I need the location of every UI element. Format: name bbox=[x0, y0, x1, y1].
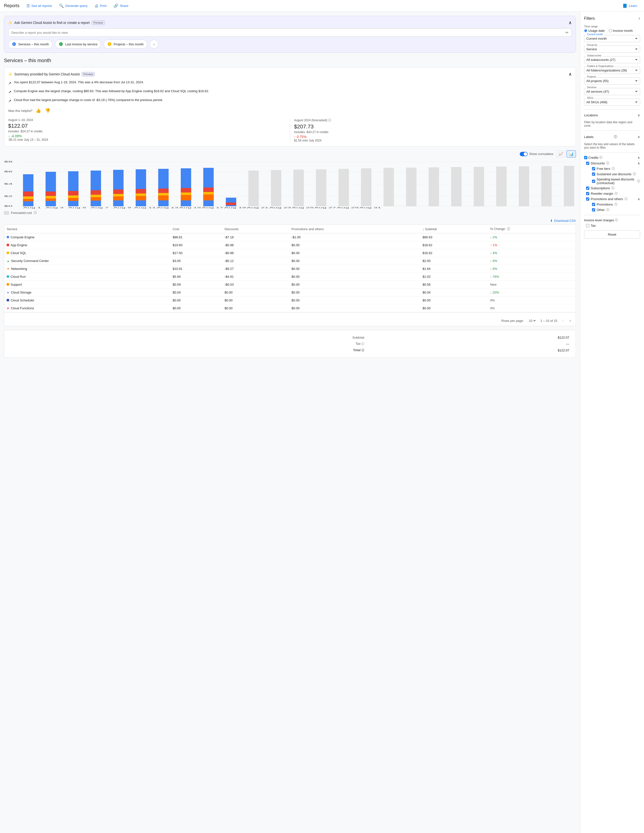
usage-date-radio-label[interactable]: Usage date bbox=[584, 29, 605, 32]
quick-report-last-invoice[interactable]: G Last invoice by service bbox=[55, 40, 101, 48]
table-header-row: Service Cost Discounts Promotions and ot… bbox=[4, 225, 576, 233]
time-range-radio-group: Usage date Invoice month bbox=[584, 29, 640, 32]
see-all-reports-button[interactable]: ☰ See all reports bbox=[23, 2, 55, 10]
cumulative-switch[interactable] bbox=[520, 152, 528, 156]
subaccounts-select[interactable]: All subaccounts (27) bbox=[584, 56, 640, 63]
sustained-use-checkbox[interactable] bbox=[592, 172, 595, 176]
usage-date-radio[interactable] bbox=[584, 29, 587, 32]
free-tiers-checkbox[interactable] bbox=[592, 167, 595, 170]
discounts-help-icon[interactable]: ⓘ bbox=[606, 161, 609, 166]
divider-4 bbox=[584, 215, 640, 215]
svg-rect-35 bbox=[113, 196, 124, 200]
reseller-margin-help-icon[interactable]: ⓘ bbox=[615, 191, 618, 196]
tax-help-icon[interactable]: ⓘ bbox=[361, 343, 364, 345]
pagination-row: Rows per page: 10 25 50 1 – 10 of 15 ‹ › bbox=[8, 317, 572, 324]
discounts-cell: -$0.03 bbox=[222, 281, 289, 289]
invoice-month-radio-label[interactable]: Invoice month bbox=[609, 29, 633, 32]
svg-text:G: G bbox=[13, 43, 14, 45]
credits-collapse-icon[interactable]: ∧ bbox=[638, 156, 640, 159]
svg-rect-56 bbox=[293, 170, 304, 206]
svg-rect-51 bbox=[203, 195, 214, 200]
main-layout: ✨ Ask Gemini Cloud Assist to find or cre… bbox=[0, 12, 644, 833]
labels-help-icon[interactable]: ⓘ bbox=[614, 135, 617, 139]
skus-select[interactable]: All SKUs (408) bbox=[584, 98, 640, 106]
total-help-icon[interactable]: ⓘ bbox=[361, 349, 364, 352]
promotions-item-help-icon[interactable]: ⓘ bbox=[614, 202, 617, 206]
other-help-icon[interactable]: ⓘ bbox=[606, 208, 609, 212]
other-checkbox[interactable] bbox=[592, 208, 595, 211]
cost-cell: $19.60 bbox=[170, 241, 222, 249]
promotions-others-checkbox[interactable] bbox=[586, 198, 589, 201]
summary-collapse-button[interactable]: ∧ bbox=[568, 71, 572, 77]
forecasted-cost-legend: Forecasted cost ⓘ bbox=[4, 211, 576, 215]
svg-rect-39 bbox=[135, 196, 146, 200]
learn-button[interactable]: 📘 Learn bbox=[620, 2, 640, 10]
promotions-cell: $0.00 bbox=[289, 241, 420, 249]
download-csv-button[interactable]: ⬇ Download CSV bbox=[550, 219, 576, 222]
invoice-month-radio[interactable] bbox=[609, 29, 612, 32]
table-row: ▼Networking $10.91 -$9.27 $0.00 $1.64 ↓ … bbox=[4, 265, 576, 273]
services-select[interactable]: All services (47) bbox=[584, 88, 640, 95]
reseller-margin-checkbox[interactable] bbox=[586, 192, 589, 195]
spending-based-checkbox[interactable] bbox=[592, 180, 595, 183]
promotions-item-checkbox[interactable] bbox=[592, 203, 595, 206]
change-cell: ↑ 1% bbox=[488, 241, 576, 249]
quick-report-more[interactable]: › bbox=[150, 40, 158, 48]
thumbs-down-button[interactable]: 👎 bbox=[44, 107, 51, 114]
change-help-icon[interactable]: ⓘ bbox=[507, 227, 510, 231]
generate-query-button[interactable]: 🔍 Generate query bbox=[56, 2, 90, 10]
reset-filters-button[interactable]: Reset bbox=[584, 230, 640, 238]
col-cost: Cost bbox=[170, 225, 222, 233]
next-page-button[interactable]: › bbox=[568, 317, 572, 324]
svg-rect-55 bbox=[271, 170, 281, 206]
discounts-checkbox[interactable] bbox=[586, 162, 589, 165]
labels-expand-header[interactable]: Labels ⓘ ∨ bbox=[584, 133, 640, 140]
share-button[interactable]: 🔗 Share bbox=[111, 2, 131, 10]
subscriptions-checkbox[interactable] bbox=[586, 187, 589, 190]
group-by-select[interactable]: Service bbox=[584, 46, 640, 53]
filter-labels: Labels ⓘ ∨ bbox=[584, 133, 640, 140]
svg-text:Aug 25: Aug 25 bbox=[292, 206, 314, 209]
discounts-expand-icon[interactable]: ∧ bbox=[638, 161, 640, 165]
download-row: ⬇ Download CSV bbox=[4, 219, 576, 222]
print-button[interactable]: 🖨 Print bbox=[92, 2, 109, 10]
svg-text:Aug 9: Aug 9 bbox=[113, 206, 131, 209]
svg-rect-58 bbox=[338, 169, 349, 206]
folders-select[interactable]: All folders/organizations (28) bbox=[584, 67, 640, 74]
sustained-use-help-icon[interactable]: ⓘ bbox=[633, 172, 636, 176]
promotions-help-icon[interactable]: ⓘ bbox=[625, 197, 628, 201]
promotions-section: Promotions and others ⓘ ∧ Promotions ⓘ O… bbox=[584, 197, 640, 212]
rows-per-page-select[interactable]: 10 25 50 bbox=[528, 318, 536, 323]
subtotal-cell: $1.02 bbox=[420, 273, 488, 281]
bar-chart-button[interactable]: 📊 bbox=[567, 150, 576, 158]
subscriptions-help-icon[interactable]: ⓘ bbox=[612, 186, 614, 190]
cost-cell: $0.00 bbox=[170, 296, 222, 304]
projects-select[interactable]: All projects (55) bbox=[584, 77, 640, 85]
gemini-collapse-button[interactable]: ∧ bbox=[568, 20, 572, 26]
line-chart-button[interactable]: 📈 bbox=[556, 150, 565, 158]
promotions-expand-icon[interactable]: ∧ bbox=[638, 197, 640, 201]
credits-checkbox[interactable] bbox=[584, 156, 587, 159]
gemini-search-input[interactable] bbox=[11, 31, 565, 34]
filter-locations: Locations ∨ bbox=[584, 113, 640, 118]
quick-report-services[interactable]: G Services – this month bbox=[8, 40, 53, 48]
promotions-cell: $0.00 bbox=[289, 257, 420, 265]
current-month-select[interactable]: Current month bbox=[584, 35, 640, 42]
locations-expand-header[interactable]: Locations ∨ bbox=[584, 113, 640, 118]
forecast-help-icon-2[interactable]: ⓘ bbox=[34, 211, 37, 215]
spending-based-help-icon[interactable]: ⓘ bbox=[637, 179, 640, 183]
filters-collapse-button[interactable]: › bbox=[639, 16, 640, 21]
bar-chart: $8 $6 $4 $2 $0 bbox=[4, 159, 576, 209]
quick-report-projects[interactable]: G Projects – this month bbox=[103, 40, 147, 48]
credits-help-icon[interactable]: ⓘ bbox=[599, 156, 602, 160]
forecast-help-icon[interactable]: ⓘ bbox=[328, 119, 331, 122]
tax-checkbox[interactable] bbox=[586, 224, 589, 227]
subtotal-cell: $80.63 bbox=[420, 233, 488, 241]
free-tiers-help-icon[interactable]: ⓘ bbox=[612, 167, 615, 171]
chart-type-buttons: 📈 📊 bbox=[556, 150, 576, 158]
thumbs-up-button[interactable]: 👍 bbox=[34, 107, 42, 114]
show-cumulative-toggle[interactable]: Show cumulative bbox=[520, 152, 553, 156]
prev-page-button[interactable]: ‹ bbox=[561, 317, 564, 324]
invoice-level-help-icon[interactable]: ⓘ bbox=[615, 218, 618, 222]
col-subtotal[interactable]: ↓ Subtotal bbox=[420, 225, 488, 233]
